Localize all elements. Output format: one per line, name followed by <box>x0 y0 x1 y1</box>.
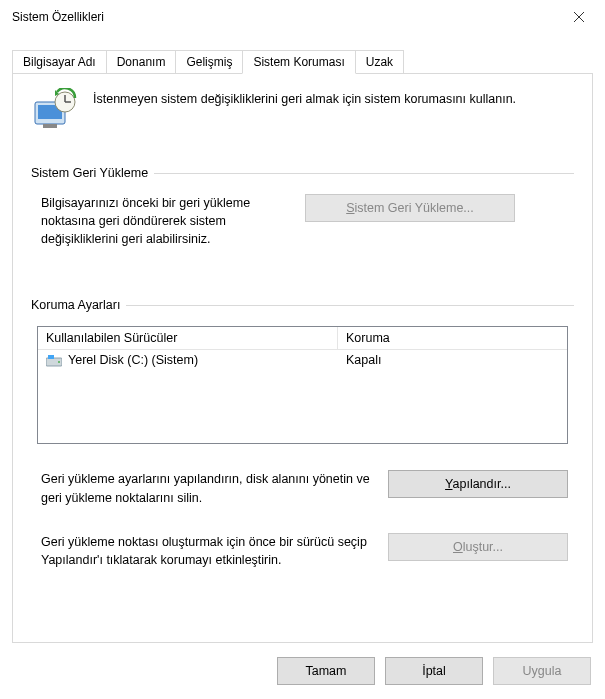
close-button[interactable] <box>565 3 593 31</box>
drive-name-text: Yerel Disk (C:) (Sistem) <box>68 353 198 367</box>
drives-listbox[interactable]: Kullanılabilen Sürücüler Koruma Yerel Di… <box>37 326 568 444</box>
section-label-restore: Sistem Geri Yükleme <box>31 166 154 180</box>
accelerator: S <box>346 201 354 215</box>
intro-text: İstenmeyen sistem değişikliklerini geri … <box>93 88 516 108</box>
restore-row: Bilgisayarınızı önceki bir geri yükleme … <box>31 194 574 248</box>
tab-computer-name[interactable]: Bilgisayar Adı <box>12 50 107 74</box>
tab-remote[interactable]: Uzak <box>355 50 404 74</box>
svg-rect-4 <box>43 124 57 128</box>
button-label: luştur... <box>463 540 503 554</box>
apply-button: Uygula <box>493 657 591 685</box>
configure-description: Geri yükleme ayarlarını yapılandırın, di… <box>31 470 372 506</box>
svg-point-11 <box>58 361 60 363</box>
ok-button[interactable]: Tamam <box>277 657 375 685</box>
cell-drive: Yerel Disk (C:) (Sistem) <box>38 350 338 370</box>
dialog-buttons: Tamam İptal Uygula <box>277 657 591 685</box>
column-header-drives[interactable]: Kullanılabilen Sürücüler <box>38 327 338 349</box>
tab-system-protection[interactable]: Sistem Koruması <box>242 50 355 74</box>
accelerator: O <box>453 540 463 554</box>
tabpanel-system-protection: İstenmeyen sistem değişikliklerini geri … <box>12 73 593 643</box>
restore-description: Bilgisayarınızı önceki bir geri yükleme … <box>31 194 291 248</box>
svg-rect-10 <box>48 355 54 359</box>
create-button: Oluştur... <box>388 533 568 561</box>
tab-hardware[interactable]: Donanım <box>106 50 177 74</box>
tabstrip: Bilgisayar Adı Donanım Gelişmiş Sistem K… <box>12 50 593 74</box>
section-label-settings: Koruma Ayarları <box>31 298 126 312</box>
button-label: istem Geri Yükleme... <box>355 201 474 215</box>
intro-block: İstenmeyen sistem değişikliklerini geri … <box>31 88 574 128</box>
cell-protection: Kapalı <box>338 350 567 370</box>
create-description: Geri yükleme noktası oluşturmak için önc… <box>31 533 372 569</box>
section-header-settings: Koruma Ayarları <box>31 298 574 312</box>
close-icon <box>573 11 585 23</box>
accelerator: Y <box>445 477 452 491</box>
column-header-protection[interactable]: Koruma <box>338 327 567 349</box>
titlebar: Sistem Özellikleri <box>0 0 605 34</box>
divider <box>154 173 574 174</box>
cancel-button[interactable]: İptal <box>385 657 483 685</box>
system-protection-icon <box>31 88 79 128</box>
table-row[interactable]: Yerel Disk (C:) (Sistem) Kapalı <box>38 350 567 370</box>
configure-button[interactable]: Yapılandır... <box>388 470 568 498</box>
tab-advanced[interactable]: Gelişmiş <box>175 50 243 74</box>
window-title: Sistem Özellikleri <box>12 10 104 24</box>
configure-row: Geri yükleme ayarlarını yapılandırın, di… <box>31 470 574 506</box>
create-row: Geri yükleme noktası oluşturmak için önc… <box>31 533 574 569</box>
drive-icon <box>46 355 62 367</box>
button-label: apılandır... <box>453 477 511 491</box>
divider <box>126 305 574 306</box>
system-restore-button: Sistem Geri Yükleme... <box>305 194 515 222</box>
section-header-restore: Sistem Geri Yükleme <box>31 166 574 180</box>
list-header: Kullanılabilen Sürücüler Koruma <box>38 327 567 350</box>
